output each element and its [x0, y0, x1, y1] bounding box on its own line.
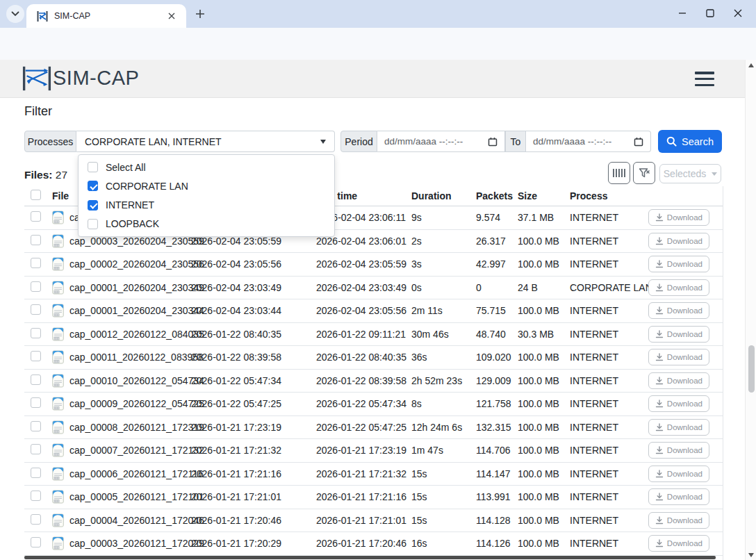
row-checkbox[interactable]	[31, 514, 41, 525]
row-checkbox[interactable]	[31, 468, 41, 478]
row-checkbox[interactable]	[31, 281, 41, 292]
page-title: SIM-CAP	[53, 67, 139, 90]
download-button[interactable]: Download	[648, 233, 709, 249]
capture-file-icon	[52, 490, 69, 504]
row-checkbox[interactable]	[31, 258, 41, 268]
start-time: 2026-01-21 17:21:01	[191, 491, 316, 502]
row-checkbox[interactable]	[31, 397, 41, 408]
file-name: cap_00004_20260121_172046	[69, 515, 191, 526]
period-to-input[interactable]: dd/mm/aaaa --:--:--	[526, 131, 651, 152]
packets: 114.147	[476, 468, 518, 479]
download-icon	[655, 213, 664, 222]
table-row: cap_00008_20260121_172319 2026-01-21 17:…	[24, 416, 723, 440]
scrollbar-up-arrow-icon[interactable]	[748, 63, 754, 67]
download-button[interactable]: Download	[648, 488, 709, 505]
download-button[interactable]: Download	[648, 395, 709, 412]
download-icon	[655, 400, 664, 408]
process-name: INTERNET	[570, 329, 653, 340]
download-button[interactable]: Download	[648, 326, 709, 343]
download-button[interactable]: Download	[648, 372, 709, 389]
tab-search-button[interactable]	[6, 5, 24, 23]
download-button[interactable]: Download	[648, 535, 709, 552]
file-size: 100.0 MB	[518, 305, 570, 316]
download-button[interactable]: Download	[648, 349, 709, 365]
selecteds-caret-icon	[712, 172, 717, 176]
row-checkbox[interactable]	[31, 211, 41, 222]
table-row: cap_00011_20260122_083958 2026-01-22 08:…	[24, 346, 723, 370]
packets: 129.009	[476, 375, 518, 386]
end-time: 2026-01-21 17:21:16	[316, 491, 411, 502]
search-button-label: Search	[682, 136, 714, 147]
download-button-label: Download	[667, 377, 702, 385]
download-button[interactable]: Download	[648, 442, 709, 459]
file-name: cap_00005_20260121_172101	[69, 491, 191, 502]
row-checkbox[interactable]	[31, 235, 41, 245]
process-option-checkbox[interactable]	[88, 181, 98, 191]
calendar-icon[interactable]	[488, 137, 498, 147]
process-option[interactable]: LOOPBACK	[79, 215, 334, 233]
row-checkbox[interactable]	[31, 351, 41, 361]
page-scrollbar[interactable]	[745, 60, 756, 560]
row-checkbox[interactable]	[31, 374, 41, 385]
process-option[interactable]: CORPORATE LAN	[79, 176, 334, 195]
process-option-checkbox[interactable]	[88, 200, 98, 211]
file-size: 100.0 MB	[518, 236, 570, 247]
file-name: cap_00008_20260121_172319	[69, 422, 191, 433]
download-button[interactable]: Download	[648, 302, 709, 319]
window-minimize-button[interactable]	[668, 3, 696, 24]
tab-close-icon[interactable]	[165, 10, 178, 22]
browser-tab[interactable]: SIM-CAP	[26, 4, 186, 28]
horizontal-scrollbar-thumb[interactable]	[24, 556, 716, 559]
row-checkbox[interactable]	[31, 491, 41, 501]
files-count: Files: 27	[24, 169, 67, 181]
selecteds-dropdown-button[interactable]: Selecteds	[659, 164, 721, 183]
scrollbar-down-arrow-icon[interactable]	[748, 553, 754, 557]
clear-filter-button[interactable]	[633, 162, 655, 184]
download-button-label: Download	[667, 423, 702, 431]
select-all-rows-checkbox[interactable]	[31, 190, 41, 200]
download-button[interactable]: Download	[648, 512, 709, 529]
table-row: cap_00004_20260121_172046 2026-01-21 17:…	[24, 509, 723, 533]
window-maximize-button[interactable]	[696, 3, 724, 24]
file-size: 100.0 MB	[518, 375, 570, 386]
calendar-icon[interactable]	[634, 137, 643, 147]
packets: 42.997	[476, 258, 518, 270]
download-button[interactable]: Download	[648, 256, 709, 272]
search-button[interactable]: Search	[658, 130, 722, 153]
processes-select[interactable]: CORPORATE LAN, INTERNET	[76, 131, 335, 152]
row-checkbox[interactable]	[31, 421, 41, 431]
row-checkbox[interactable]	[31, 537, 41, 547]
process-option[interactable]: Select All	[79, 158, 334, 176]
process-option-checkbox[interactable]	[88, 219, 98, 229]
process-option[interactable]: INTERNET	[79, 196, 334, 215]
end-time: 2026-02-04 23:05:59	[316, 258, 411, 270]
duration: 9s	[411, 212, 476, 223]
menu-hamburger-icon[interactable]	[695, 72, 714, 86]
table-row: cap_00003_20260121_172029 2026-01-21 17:…	[24, 532, 723, 556]
new-tab-button[interactable]	[194, 8, 206, 20]
process-option-label: Select All	[106, 162, 146, 173]
period-from-input[interactable]: dd/mm/aaaa --:--:--	[377, 131, 505, 152]
column-settings-button[interactable]	[608, 162, 630, 184]
files-count-label: Files:	[24, 169, 52, 181]
row-checkbox[interactable]	[31, 328, 41, 338]
download-button[interactable]: Download	[648, 466, 709, 482]
row-checkbox[interactable]	[31, 304, 41, 315]
site-favicon-icon	[37, 11, 48, 22]
file-size: 100.0 MB	[518, 538, 570, 549]
table-row: cap_00005_20260121_172101 2026-01-21 17:…	[24, 486, 723, 509]
window-close-button[interactable]	[724, 3, 752, 24]
file-name: cap_00009_20260122_054725	[69, 398, 191, 409]
download-icon	[655, 423, 664, 431]
scrollbar-thumb[interactable]	[748, 345, 755, 393]
download-button[interactable]: Download	[648, 209, 709, 226]
row-checkbox[interactable]	[31, 444, 41, 454]
start-time: 2026-01-22 05:47:34	[191, 375, 316, 386]
columns-icon	[613, 169, 625, 177]
start-time: 2026-01-21 17:20:29	[191, 538, 316, 549]
file-name: cap_00002_20260204_230556	[69, 258, 191, 270]
download-button[interactable]: Download	[648, 419, 709, 436]
process-option-checkbox[interactable]	[88, 162, 98, 172]
download-button[interactable]: Download	[648, 279, 709, 296]
capture-file-icon	[52, 513, 69, 527]
